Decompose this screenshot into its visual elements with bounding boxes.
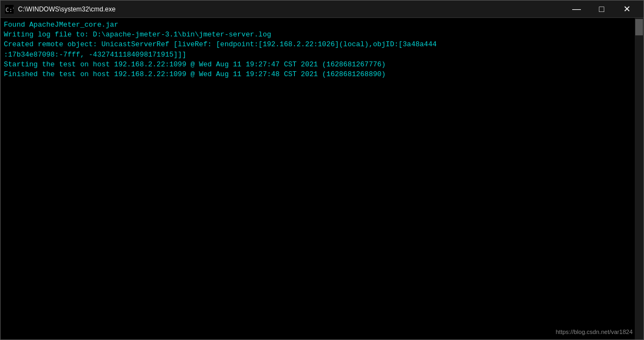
terminal-output: Found ApacheJMeter_core.jarWriting log f… (4, 20, 640, 79)
terminal-line: Finished the test on host 192.168.2.22:1… (4, 70, 640, 79)
terminal-line: Created remote object: UnicastServerRef … (4, 40, 640, 50)
title-bar: C:\ C:\WINDOWS\system32\cmd.exe — □ ✕ (1, 1, 643, 18)
terminal-line: Found ApacheJMeter_core.jar (4, 20, 640, 30)
close-button[interactable]: ✕ (614, 1, 639, 18)
terminal-line: Starting the test on host 192.168.2.22:1… (4, 60, 640, 70)
window-controls: — □ ✕ (564, 1, 639, 18)
minimize-button[interactable]: — (564, 1, 589, 18)
scrollbar[interactable] (635, 18, 643, 339)
terminal-content: Found ApacheJMeter_core.jarWriting log f… (1, 18, 643, 339)
scrollbar-thumb[interactable] (635, 19, 643, 35)
watermark: https://blog.csdn.net/var1824 (556, 329, 633, 335)
svg-text:C:\: C:\ (5, 7, 14, 14)
terminal-line: Writing log file to: D:\apache-jmeter-3.… (4, 30, 640, 40)
window-title: C:\WINDOWS\system32\cmd.exe (18, 5, 564, 13)
cmd-window: C:\ C:\WINDOWS\system32\cmd.exe — □ ✕ Fo… (0, 0, 644, 340)
cmd-icon: C:\ (5, 5, 14, 14)
terminal-line: :17b34e87098:-7fff, -4327411184098171915… (4, 50, 640, 60)
maximize-button[interactable]: □ (589, 1, 614, 18)
